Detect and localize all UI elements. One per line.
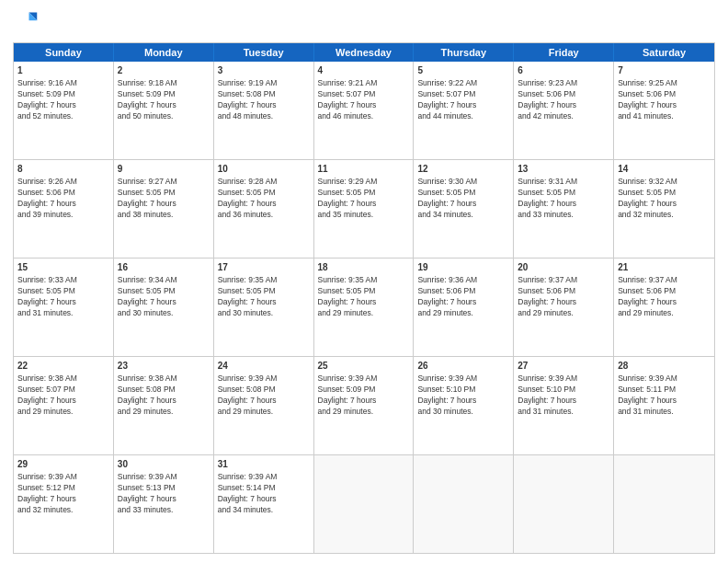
- day-number: 19: [417, 261, 509, 274]
- calendar-body: 1Sunrise: 9:16 AMSunset: 5:09 PMDaylight…: [14, 62, 714, 553]
- day-info-line: and 29 minutes.: [518, 308, 609, 319]
- day-info-line: and 42 minutes.: [518, 111, 609, 122]
- page: Sunday Monday Tuesday Wednesday Thursday…: [0, 0, 728, 563]
- day-info-line: Sunset: 5:10 PM: [417, 385, 509, 396]
- day-info-line: Sunset: 5:06 PM: [518, 286, 609, 297]
- day-info-line: Sunset: 5:05 PM: [318, 286, 410, 297]
- day-info-line: and 30 minutes.: [417, 407, 509, 418]
- calendar-cell: 27Sunrise: 9:39 AMSunset: 5:10 PMDayligh…: [514, 357, 614, 454]
- day-info-line: and 50 minutes.: [118, 111, 210, 122]
- calendar-row-1: 1Sunrise: 9:16 AMSunset: 5:09 PMDaylight…: [14, 62, 714, 160]
- day-info-line: and 41 minutes.: [618, 111, 711, 122]
- day-number: 18: [318, 261, 410, 274]
- dow-saturday: Saturday: [614, 43, 714, 62]
- day-info-line: Sunrise: 9:31 AM: [518, 177, 609, 188]
- day-info-line: Sunrise: 9:25 AM: [618, 78, 711, 89]
- day-info-line: Sunset: 5:08 PM: [118, 385, 210, 396]
- day-info-line: Daylight: 7 hours: [518, 100, 609, 111]
- day-number: 2: [118, 64, 210, 77]
- day-info-line: Sunset: 5:05 PM: [417, 188, 509, 199]
- day-info-line: Sunset: 5:05 PM: [118, 286, 210, 297]
- calendar-cell: 7Sunrise: 9:25 AMSunset: 5:06 PMDaylight…: [614, 62, 714, 159]
- day-info-line: Sunset: 5:12 PM: [17, 483, 109, 494]
- day-info-line: and 31 minutes.: [518, 407, 609, 418]
- day-number: 4: [318, 64, 410, 77]
- day-info-line: Daylight: 7 hours: [318, 100, 410, 111]
- day-number: 1: [17, 64, 109, 77]
- day-info-line: and 33 minutes.: [518, 210, 609, 221]
- day-info-line: and 31 minutes.: [618, 407, 711, 418]
- day-info-line: Daylight: 7 hours: [518, 297, 609, 308]
- calendar-cell: 1Sunrise: 9:16 AMSunset: 5:09 PMDaylight…: [14, 62, 114, 159]
- day-info-line: Sunset: 5:05 PM: [218, 286, 310, 297]
- day-info-line: Sunrise: 9:39 AM: [518, 373, 609, 385]
- day-info-line: Sunrise: 9:38 AM: [17, 373, 109, 385]
- day-info-line: and 36 minutes.: [218, 210, 310, 221]
- day-info-line: Sunrise: 9:39 AM: [218, 472, 310, 483]
- day-number: 14: [618, 163, 711, 176]
- day-info-line: and 44 minutes.: [417, 111, 509, 122]
- dow-tuesday: Tuesday: [214, 43, 314, 62]
- day-number: 22: [17, 360, 109, 373]
- day-info-line: Daylight: 7 hours: [417, 199, 509, 210]
- day-number: 10: [218, 163, 310, 176]
- calendar-cell: 19Sunrise: 9:36 AMSunset: 5:06 PMDayligh…: [414, 259, 514, 356]
- calendar-cell: 6Sunrise: 9:23 AMSunset: 5:06 PMDaylight…: [514, 62, 614, 159]
- day-info-line: Sunset: 5:05 PM: [318, 188, 410, 199]
- day-info-line: Sunset: 5:13 PM: [118, 483, 210, 494]
- day-info-line: Sunset: 5:11 PM: [618, 385, 711, 396]
- day-number: 28: [618, 360, 711, 373]
- calendar-cell: 26Sunrise: 9:39 AMSunset: 5:10 PMDayligh…: [414, 357, 514, 454]
- dow-thursday: Thursday: [414, 43, 514, 62]
- day-info-line: Daylight: 7 hours: [218, 396, 310, 407]
- calendar-row-2: 8Sunrise: 9:26 AMSunset: 5:06 PMDaylight…: [14, 160, 714, 259]
- day-info-line: Daylight: 7 hours: [518, 199, 609, 210]
- day-info-line: Sunrise: 9:39 AM: [17, 472, 109, 483]
- calendar-cell: 30Sunrise: 9:39 AMSunset: 5:13 PMDayligh…: [114, 455, 214, 553]
- day-info-line: Sunrise: 9:29 AM: [318, 177, 410, 188]
- day-info-line: Sunrise: 9:34 AM: [118, 275, 210, 286]
- calendar-cell: 3Sunrise: 9:19 AMSunset: 5:08 PMDaylight…: [214, 62, 314, 159]
- calendar-cell: 28Sunrise: 9:39 AMSunset: 5:11 PMDayligh…: [614, 357, 714, 454]
- day-info-line: Sunset: 5:09 PM: [17, 89, 109, 100]
- day-info-line: Sunset: 5:06 PM: [417, 286, 509, 297]
- day-info-line: Sunrise: 9:35 AM: [318, 275, 410, 286]
- day-number: 21: [618, 261, 711, 274]
- day-info-line: and 34 minutes.: [417, 210, 509, 221]
- day-info-line: Daylight: 7 hours: [118, 494, 210, 505]
- day-info-line: Daylight: 7 hours: [118, 100, 210, 111]
- logo-icon: [13, 9, 39, 35]
- day-info-line: Sunrise: 9:39 AM: [218, 373, 310, 385]
- calendar-cell: [514, 455, 614, 553]
- calendar-cell: 24Sunrise: 9:39 AMSunset: 5:08 PMDayligh…: [214, 357, 314, 454]
- day-info-line: Sunrise: 9:37 AM: [518, 275, 609, 286]
- day-info-line: Sunset: 5:05 PM: [118, 188, 210, 199]
- day-info-line: and 29 minutes.: [417, 308, 509, 319]
- day-number: 7: [618, 64, 711, 77]
- day-info-line: Sunset: 5:06 PM: [618, 286, 711, 297]
- day-number: 15: [17, 261, 109, 274]
- day-number: 24: [218, 360, 310, 373]
- day-info-line: Daylight: 7 hours: [218, 100, 310, 111]
- day-info-line: Sunrise: 9:22 AM: [417, 78, 509, 89]
- day-number: 20: [518, 261, 609, 274]
- day-info-line: Daylight: 7 hours: [618, 199, 711, 210]
- day-info-line: Sunset: 5:06 PM: [618, 89, 711, 100]
- day-info-line: Sunset: 5:14 PM: [218, 483, 310, 494]
- day-info-line: Sunset: 5:06 PM: [17, 188, 109, 199]
- calendar: Sunday Monday Tuesday Wednesday Thursday…: [13, 42, 715, 554]
- calendar-cell: 14Sunrise: 9:32 AMSunset: 5:05 PMDayligh…: [614, 160, 714, 258]
- day-info-line: Daylight: 7 hours: [17, 297, 109, 308]
- day-info-line: Sunrise: 9:21 AM: [318, 78, 410, 89]
- day-info-line: Daylight: 7 hours: [618, 297, 711, 308]
- day-number: 5: [417, 64, 509, 77]
- calendar-cell: 16Sunrise: 9:34 AMSunset: 5:05 PMDayligh…: [114, 259, 214, 356]
- day-info-line: Daylight: 7 hours: [17, 396, 109, 407]
- day-info-line: and 29 minutes.: [318, 407, 410, 418]
- day-info-line: Sunset: 5:07 PM: [17, 385, 109, 396]
- day-info-line: Daylight: 7 hours: [417, 100, 509, 111]
- calendar-cell: 13Sunrise: 9:31 AMSunset: 5:05 PMDayligh…: [514, 160, 614, 258]
- day-info-line: Daylight: 7 hours: [417, 396, 509, 407]
- day-info-line: Daylight: 7 hours: [17, 199, 109, 210]
- calendar-cell: 4Sunrise: 9:21 AMSunset: 5:07 PMDaylight…: [314, 62, 415, 159]
